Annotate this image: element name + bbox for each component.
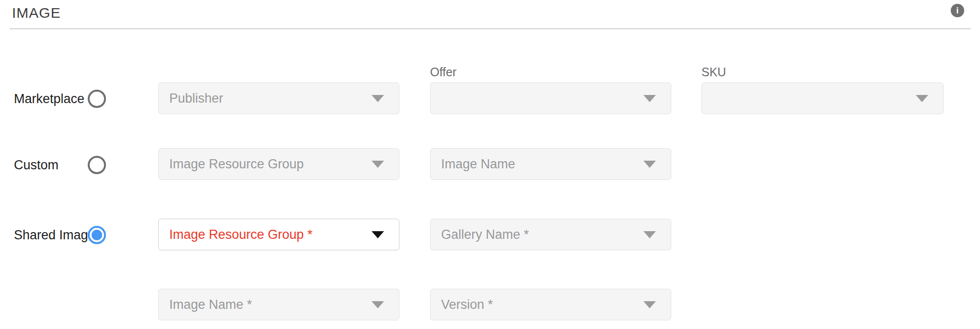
chevron-down-icon bbox=[643, 301, 656, 308]
radio-shared-image[interactable] bbox=[88, 226, 106, 244]
info-icon[interactable]: i bbox=[951, 4, 964, 17]
chevron-down-icon bbox=[643, 231, 656, 238]
radio-custom[interactable] bbox=[88, 156, 106, 174]
shared-image-name-dropdown[interactable]: Image Name * bbox=[158, 289, 399, 320]
radio-label-marketplace: Marketplace bbox=[14, 91, 84, 106]
sku-dropdown[interactable] bbox=[701, 82, 944, 114]
image-section: IMAGE i Offer SKU Marketplace Publisher … bbox=[0, 0, 980, 329]
radio-label-custom: Custom bbox=[14, 157, 58, 173]
info-icon-glyph: i bbox=[956, 5, 958, 16]
publisher-dropdown[interactable]: Publisher bbox=[158, 82, 399, 114]
sku-field-label: SKU bbox=[701, 65, 944, 79]
custom-image-name-dropdown[interactable]: Image Name bbox=[430, 148, 671, 180]
shared-version-dropdown[interactable]: Version * bbox=[430, 289, 671, 320]
chevron-down-icon bbox=[643, 95, 656, 102]
shared-image-resource-group-placeholder: Image Resource Group * bbox=[169, 227, 313, 242]
chevron-down-icon bbox=[372, 161, 384, 168]
chevron-down-icon bbox=[372, 301, 384, 308]
custom-image-resource-group-dropdown[interactable]: Image Resource Group bbox=[158, 148, 399, 180]
custom-image-resource-group-placeholder: Image Resource Group bbox=[169, 157, 304, 172]
publisher-placeholder: Publisher bbox=[169, 91, 223, 106]
shared-image-resource-group-dropdown[interactable]: Image Resource Group * bbox=[158, 219, 399, 250]
chevron-down-icon bbox=[372, 231, 384, 238]
chevron-down-icon bbox=[372, 95, 384, 102]
section-title: IMAGE bbox=[12, 5, 61, 21]
offer-field-label: Offer bbox=[430, 65, 456, 79]
shared-gallery-name-placeholder: Gallery Name * bbox=[441, 227, 529, 242]
chevron-down-icon bbox=[643, 161, 656, 168]
offer-dropdown[interactable] bbox=[430, 82, 671, 114]
chevron-down-icon bbox=[916, 95, 928, 102]
shared-image-name-placeholder: Image Name * bbox=[169, 297, 252, 312]
shared-gallery-name-dropdown[interactable]: Gallery Name * bbox=[430, 219, 671, 250]
custom-image-name-placeholder: Image Name bbox=[441, 157, 515, 172]
radio-label-shared-image: Shared Image bbox=[14, 227, 95, 243]
header-divider bbox=[10, 28, 971, 29]
shared-version-placeholder: Version * bbox=[441, 297, 493, 312]
radio-marketplace[interactable] bbox=[88, 90, 106, 108]
